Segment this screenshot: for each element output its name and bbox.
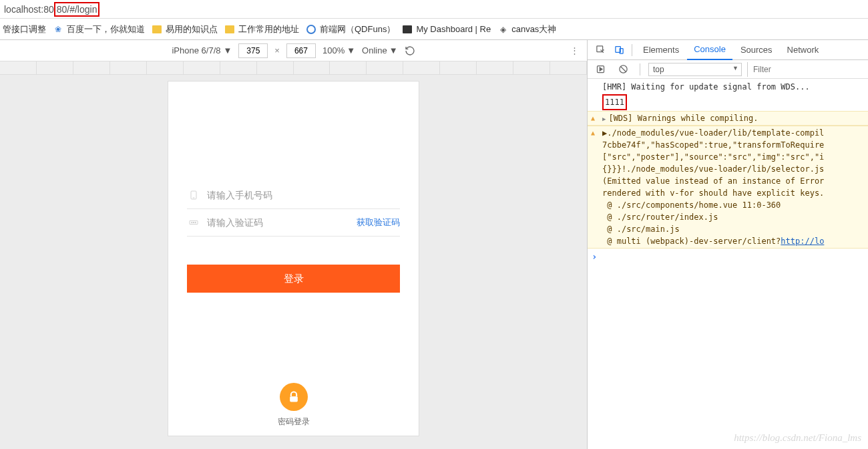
svg-point-4 [193,222,194,222]
network-value: Online [362,45,387,55]
log-warning[interactable]: [WDS] Warnings while compiling. [588,111,868,126]
console-output[interactable]: [HMR] Waiting for update signal from WDS… [588,79,868,449]
bookmark-item[interactable]: 工作常用的地址 [224,23,299,35]
folder-icon [152,24,162,35]
phone-input-row [187,182,400,209]
svg-marker-11 [600,67,602,71]
password-login-option[interactable]: 密码登录 [278,383,310,428]
device-viewport-area: iPhone 6/7/8 ▼ × 100% ▼ Online ▼ ⋮ [0,40,588,449]
code-icon [187,216,200,229]
bookmark-item[interactable]: 前端网（QDFuns） [306,23,395,35]
bookmark-label: 管接口调整 [3,23,46,35]
device-stage: 获取验证码 登录 密码登录 [0,75,587,449]
inspect-icon[interactable] [592,41,609,59]
devtools-panel: Elements Console Sources Network top [HM… [588,40,868,449]
height-input[interactable] [286,43,316,58]
device-toolbar: iPhone 6/7/8 ▼ × 100% ▼ Online ▼ ⋮ [0,40,587,61]
phone-icon [187,188,200,202]
paw-icon: ❀ [53,24,63,35]
play-icon[interactable] [592,61,609,78]
zoom-value: 100% [322,45,345,55]
bookmark-label: 工作常用的地址 [238,23,299,35]
tab-sources[interactable]: Sources [734,40,779,60]
svg-rect-6 [290,396,298,402]
bookmark-label: canvas大神 [511,23,556,35]
device-toggle-icon[interactable] [610,41,628,59]
bookmark-item[interactable]: ❀ 百度一下，你就知道 [53,23,145,35]
bookmark-label: 易用的知识点 [166,23,218,35]
main-split: iPhone 6/7/8 ▼ × 100% ▼ Online ▼ ⋮ [0,40,868,449]
filter-input[interactable] [747,62,864,77]
code-input-row: 获取验证码 [187,209,400,237]
tab-network[interactable]: Network [781,40,826,60]
bookmark-label: 百度一下，你就知道 [67,23,145,35]
login-button[interactable]: 登录 [187,265,400,293]
tab-console[interactable]: Console [687,40,732,60]
get-code-link[interactable]: 获取验证码 [357,216,400,229]
network-selector[interactable]: Online ▼ [362,45,397,55]
rotate-icon[interactable] [405,45,415,56]
folder-icon [224,24,235,35]
console-filter-bar: top [588,60,868,79]
tab-elements[interactable]: Elements [636,40,686,60]
bookmark-item[interactable]: ◈ canvas大神 [497,23,556,35]
cube-icon: ◈ [497,24,508,35]
dimension-x: × [274,45,280,55]
svg-point-3 [192,222,192,222]
chevron-down-icon: ▼ [389,45,398,55]
password-login-label: 密码登录 [278,416,310,428]
chevron-down-icon: ▼ [223,45,232,55]
url-text[interactable]: localhost:8080/#/login [4,2,99,17]
log-line: [HMR] Waiting for update signal from WDS… [588,80,868,94]
address-bar: localhost:8080/#/login [0,0,868,19]
context-selector[interactable]: top [648,63,742,76]
code-input[interactable] [207,217,350,228]
bookmark-item[interactable]: 管接口调整 [3,23,46,35]
width-input[interactable] [238,43,268,58]
phone-input[interactable] [207,190,400,200]
device-frame: 获取验证码 登录 密码登录 [168,82,419,436]
bookmark-label: 前端网（QDFuns） [320,23,395,35]
device-name: iPhone 6/7/8 [172,45,220,55]
dashboard-icon [402,24,413,35]
zoom-selector[interactable]: 100% ▼ [322,45,355,55]
chevron-down-icon: ▼ [347,45,355,55]
devtools-tabs: Elements Console Sources Network [588,40,868,60]
clear-icon[interactable] [614,61,632,78]
circle-icon [306,24,316,35]
bookmark-item[interactable]: 易用的知识点 [152,23,218,35]
device-selector[interactable]: iPhone 6/7/8 ▼ [172,45,232,55]
url-highlight-box: 80/#/login [54,2,100,17]
url-prefix: localhost:80 [4,4,54,15]
lock-icon [280,383,308,411]
console-prompt[interactable] [588,249,868,251]
log-line-boxed: 1111 [588,94,868,111]
log-warning-block[interactable]: ▶./node_modules/vue-loader/lib/template-… [588,126,868,249]
kebab-menu-icon[interactable]: ⋮ [570,45,579,55]
svg-line-13 [620,67,626,72]
ruler-horizontal [0,61,587,75]
bookmark-item[interactable]: My Dashboard | Re [402,24,491,35]
bookmark-label: My Dashboard | Re [416,24,491,34]
bookmarks-bar: 管接口调整 ❀ 百度一下，你就知道 易用的知识点 工作常用的地址 前端网（QDF… [0,19,868,40]
login-page: 获取验证码 登录 密码登录 [168,82,419,436]
svg-point-5 [195,222,196,222]
